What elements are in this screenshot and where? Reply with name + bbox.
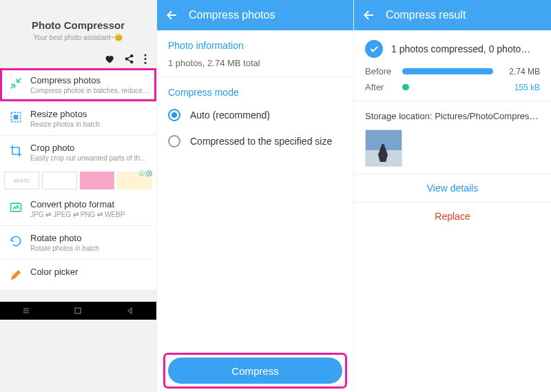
size-before-bar (402, 68, 493, 74)
app-title: Photo Compressor (6, 19, 151, 31)
compress-button[interactable]: Compress (168, 358, 342, 384)
size-after-value: 155 kB (500, 83, 540, 92)
share-icon[interactable] (124, 54, 134, 64)
size-after-row: After 155 kB (354, 79, 551, 95)
size-after-label: After (365, 82, 395, 92)
mode-option-specified-size[interactable]: Compressed to the specified size (157, 128, 353, 154)
menu-item-desc: JPG ⇄ JPEG ⇄ PNG ⇄ WEBP (30, 211, 149, 218)
ad-info-icon[interactable]: ⓘ✕ (139, 169, 152, 177)
size-after-bar (402, 84, 409, 90)
back-icon[interactable] (362, 8, 376, 22)
mode-option-auto[interactable]: Auto (recommend) (157, 102, 353, 128)
view-details-label: View details (427, 183, 478, 194)
ad-tile (42, 172, 77, 189)
menu-item-desc: Easily crop out unwanted parts of the… (30, 154, 149, 162)
heart-icon[interactable] (104, 54, 114, 64)
size-before-row: Before 2.74 MB (354, 63, 551, 79)
rotate-icon (8, 234, 23, 249)
menu-item-desc: Resize photos in batch (30, 121, 149, 128)
more-icon[interactable] (144, 54, 147, 64)
size-before-label: Before (365, 66, 395, 76)
menu-item-title: Crop photo (30, 143, 149, 153)
svg-rect-7 (14, 115, 19, 120)
result-thumbnail[interactable] (365, 130, 402, 167)
svg-point-3 (145, 54, 147, 56)
radio-icon (168, 109, 180, 121)
menu-item-title: Convert photo format (30, 199, 149, 209)
nav-home-icon[interactable] (74, 307, 82, 315)
photo-info-line: 1 photos, 2.74 MB total (157, 55, 353, 76)
svg-point-5 (145, 62, 147, 64)
nav-back-icon[interactable] (126, 307, 134, 315)
nav-recent-icon[interactable] (22, 307, 30, 315)
menu-item-resize-photos[interactable]: Resize photos Resize photos in batch (0, 101, 156, 135)
replace-label: Replace (435, 211, 470, 222)
section-compress-mode-title: Compress mode (157, 77, 353, 102)
menu-item-title: Resize photos (30, 109, 149, 119)
storage-location: Storage location: Pictures/PhotoCompres… (354, 101, 551, 127)
appbar-title: Compress result (386, 9, 466, 21)
size-before-value: 2.74 MB (500, 67, 540, 76)
view-details-button[interactable]: View details (354, 174, 551, 202)
menu-item-rotate-photo[interactable]: Rotate photo Rotate photos in batch (0, 225, 156, 259)
check-icon (365, 40, 383, 58)
app-subtitle: Your best photo assistant~😊 (6, 34, 151, 41)
replace-button[interactable]: Replace (354, 202, 551, 230)
back-icon[interactable] (165, 8, 179, 22)
app-header: Photo Compressor Your best photo assista… (0, 0, 156, 48)
ad-tile: WHITE (4, 172, 39, 189)
appbar-result: Compress result (354, 0, 551, 30)
compress-button-highlight: Compress (167, 356, 344, 385)
appbar-title: Compress photos (189, 9, 275, 21)
svg-rect-8 (11, 203, 21, 212)
radio-icon (168, 135, 180, 147)
menu-item-title: Compress photos (30, 75, 149, 85)
result-summary: 1 photos compressed, 0 photo… (354, 30, 551, 63)
appbar-compress: Compress photos (157, 0, 353, 30)
menu-item-desc: Compress photos in batches, reduce p… (30, 87, 149, 94)
resize-icon (8, 110, 23, 125)
menu-item-compress-photos[interactable]: Compress photos Compress photos in batch… (0, 68, 156, 101)
svg-rect-9 (75, 308, 81, 313)
result-text: 1 photos compressed, 0 photo… (391, 43, 530, 54)
svg-point-4 (145, 58, 147, 60)
ad-close-icon[interactable]: ✕ (146, 170, 152, 176)
compress-icon (8, 76, 23, 91)
menu-item-crop-photo[interactable]: Crop photo Easily crop out unwanted part… (0, 135, 156, 169)
section-photo-info-title: Photo information (157, 30, 353, 55)
ad-banner[interactable]: WHITE ⓘ✕ (0, 169, 156, 192)
ad-tile (80, 172, 115, 189)
compress-button-label: Compress (231, 365, 278, 377)
android-navbar (0, 302, 156, 320)
convert-icon (8, 200, 23, 215)
menu-item-title: Color picker (30, 267, 149, 277)
menu-item-convert-format[interactable]: Convert photo format JPG ⇄ JPEG ⇄ PNG ⇄ … (0, 192, 156, 225)
color-picker-icon (8, 267, 23, 282)
menu-item-title: Rotate photo (30, 233, 149, 243)
mode-label: Compressed to the specified size (190, 136, 332, 147)
menu-item-desc: Rotate photos in batch (30, 245, 149, 252)
mode-label: Auto (recommend) (190, 110, 270, 121)
menu-item-color-picker[interactable]: Color picker (0, 259, 156, 289)
crop-icon (8, 143, 23, 158)
